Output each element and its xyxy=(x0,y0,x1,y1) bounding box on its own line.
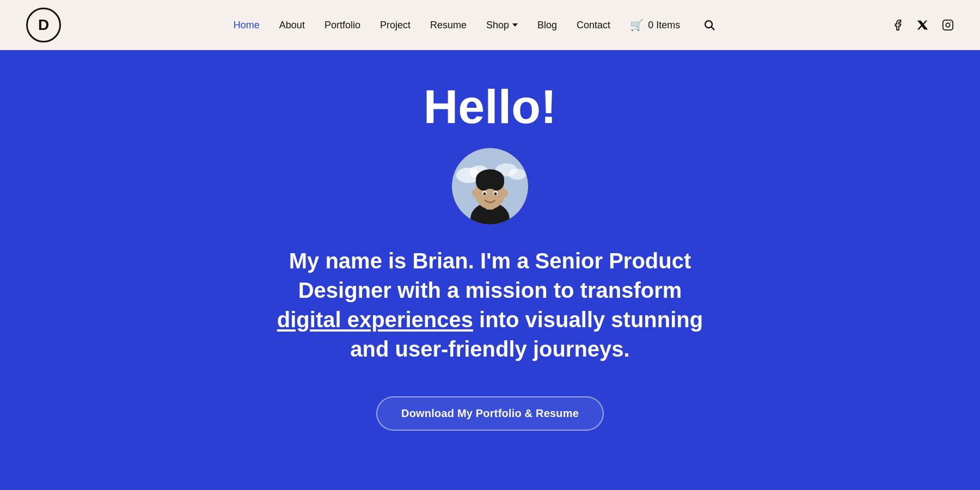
nav-shop-wrap: Shop xyxy=(486,20,518,31)
svg-line-1 xyxy=(712,27,715,30)
main-nav: Home About Portfolio Project Resume Shop… xyxy=(234,15,719,35)
twitter-link[interactable] xyxy=(917,19,929,31)
cart-icon: 🛒 xyxy=(630,19,644,32)
svg-point-3 xyxy=(946,23,950,27)
nav-blog[interactable]: Blog xyxy=(537,20,557,31)
download-portfolio-button[interactable]: Download My Portfolio & Resume xyxy=(376,396,604,431)
twitter-x-icon xyxy=(917,19,929,31)
highlighted-text: digital experiences xyxy=(277,308,473,332)
nav-contact[interactable]: Contact xyxy=(577,20,610,31)
hero-section: Hello! xyxy=(0,50,980,490)
svg-point-21 xyxy=(472,189,477,197)
instagram-link[interactable] xyxy=(942,19,954,31)
facebook-icon xyxy=(892,19,904,31)
shop-chevron-icon xyxy=(512,23,518,27)
svg-point-22 xyxy=(503,189,508,197)
svg-point-19 xyxy=(483,192,486,195)
facebook-link[interactable] xyxy=(892,19,904,31)
nav-portfolio[interactable]: Portfolio xyxy=(324,20,360,31)
nav-resume[interactable]: Resume xyxy=(430,20,467,31)
svg-point-0 xyxy=(705,21,712,28)
hero-greeting: Hello! xyxy=(424,83,556,131)
nav-about[interactable]: About xyxy=(279,20,305,31)
svg-point-9 xyxy=(509,169,526,180)
cart-wrap[interactable]: 🛒 0 Items xyxy=(630,19,680,32)
avatar-image xyxy=(452,148,528,224)
svg-point-4 xyxy=(950,22,951,23)
nav-project[interactable]: Project xyxy=(380,20,411,31)
search-button[interactable] xyxy=(700,15,719,35)
site-logo[interactable]: D xyxy=(26,8,61,42)
svg-rect-2 xyxy=(943,20,953,30)
avatar xyxy=(452,148,528,224)
nav-shop[interactable]: Shop xyxy=(486,20,509,31)
search-icon xyxy=(703,19,715,31)
svg-point-16 xyxy=(479,170,501,183)
nav-home[interactable]: Home xyxy=(234,20,260,31)
instagram-icon xyxy=(942,19,954,31)
cart-count: 0 Items xyxy=(648,20,680,31)
hero-bio: My name is Brian. I'm a Senior Product D… xyxy=(277,246,703,364)
site-header: D Home About Portfolio Project Resume Sh… xyxy=(0,0,980,50)
social-icons xyxy=(892,19,954,31)
svg-point-20 xyxy=(494,192,497,195)
